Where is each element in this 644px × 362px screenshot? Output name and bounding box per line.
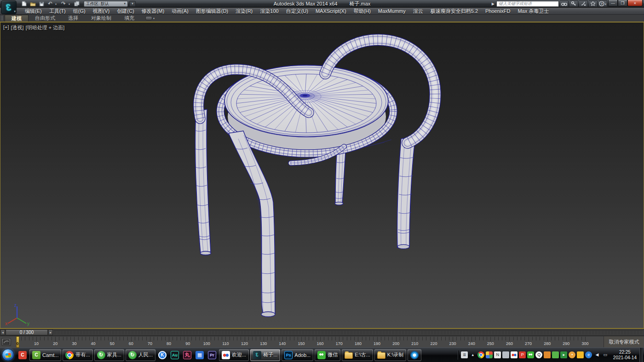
restore-button[interactable]: ❐: [618, 0, 627, 6]
taskbar-pinned-wan[interactable]: 丸: [182, 349, 193, 361]
menu-item-4[interactable]: 创建(C): [113, 8, 138, 15]
favorites-button[interactable]: [589, 0, 598, 7]
ribbon-tab-3[interactable]: 对象绘制: [85, 15, 118, 22]
open-mini-curve-editor-button[interactable]: [1, 338, 11, 346]
taskbar-pinned-tiles[interactable]: ▦: [194, 349, 205, 361]
qq-icon[interactable]: Q: [535, 351, 542, 358]
close-button[interactable]: ×: [627, 0, 643, 6]
start-button[interactable]: [2, 349, 14, 361]
ribbon-tab-4[interactable]: 填充: [118, 15, 141, 22]
minimize-button[interactable]: —: [608, 0, 618, 6]
redo-dropdown[interactable]: ▾: [69, 2, 72, 6]
taskbar-pinned-camtasia-red[interactable]: C: [17, 349, 28, 361]
menu-item-16[interactable]: PhoenixFD: [482, 8, 514, 15]
menu-item-0[interactable]: 编辑(E): [21, 8, 46, 15]
toolbar-customize-button[interactable]: ▾: [129, 1, 136, 7]
save-file-button[interactable]: [38, 0, 45, 7]
network-icon[interactable]: ▭: [602, 351, 609, 358]
pdf-icon[interactable]: P: [519, 351, 526, 358]
ribbon-tab-2[interactable]: 选择: [62, 15, 85, 22]
taskbar-window-cloudapp[interactable]: 欢迎...: [219, 349, 249, 361]
project-folder-button[interactable]: [73, 0, 80, 7]
menu-item-10[interactable]: 自定义(U): [282, 8, 312, 15]
cloud-tray-icon[interactable]: [511, 351, 518, 358]
previous-frame-button[interactable]: ◂: [0, 329, 5, 335]
ribbon-tab-1[interactable]: 自由形式: [29, 15, 62, 22]
menu-item-2[interactable]: 组(G): [69, 8, 89, 15]
time-slider-track[interactable]: [54, 330, 643, 334]
taskbar-pinned-pr[interactable]: Pr: [207, 349, 218, 361]
colors-tray-icon[interactable]: [486, 351, 493, 358]
security-icon[interactable]: [577, 351, 584, 358]
application-menu-button[interactable]: 3 ▾: [1, 0, 17, 14]
taskbar-window-chrome[interactable]: 带有...: [63, 349, 92, 361]
infocenter-collapse-arrow[interactable]: ▶: [492, 2, 494, 6]
redo-button[interactable]: ↷: [60, 0, 67, 7]
next-frame-button[interactable]: ▸: [48, 329, 53, 335]
plug-icon[interactable]: [552, 351, 559, 358]
ribbon-toggle-button[interactable]: ▾: [145, 16, 157, 21]
subscription-center-button[interactable]: [569, 0, 578, 7]
chrome-tray-icon[interactable]: [477, 351, 484, 358]
clock-time: 22:25: [613, 350, 637, 355]
ie-icon[interactable]: e: [585, 351, 592, 358]
menu-item-5[interactable]: 修改器(M): [138, 8, 168, 15]
taskbar-window-camtasia-green[interactable]: CCamt...: [29, 349, 61, 361]
ruler-tick: [211, 337, 211, 340]
open-file-button[interactable]: [29, 0, 36, 7]
search-button[interactable]: [560, 0, 569, 7]
show-desktop-button[interactable]: [639, 348, 643, 362]
viewport-menu-general[interactable]: [+]: [3, 24, 9, 31]
ribbon-grip[interactable]: [1, 16, 3, 21]
menu-item-14[interactable]: 渲云: [409, 8, 427, 15]
timeline-ruler[interactable]: 0102030405060708090100110120130140150160…: [13, 336, 604, 348]
undo-button[interactable]: ↶: [46, 0, 54, 7]
menu-item-15[interactable]: 极速瘦身安全归档5.2: [427, 8, 482, 15]
menu-item-7[interactable]: 图形编辑器(D): [192, 8, 232, 15]
cancel-expert-mode-button[interactable]: 取消专家模式: [604, 336, 644, 347]
taskbar-window-folder[interactable]: E:\古...: [342, 349, 373, 361]
camera-icon[interactable]: •: [569, 351, 575, 358]
taskbar-window-ps[interactable]: PsAdob...: [282, 349, 313, 361]
ruler-tick: [498, 337, 499, 340]
taskbar-pinned-kk[interactable]: K: [157, 349, 168, 361]
ribbon-tab-0[interactable]: 建模: [5, 15, 29, 22]
volume-icon[interactable]: ◀: [593, 351, 600, 358]
perspective-viewport[interactable]: [+] [透视] [明暗处理 + 边面] x y z: [0, 22, 644, 329]
workspace-dropdown[interactable]: 工作区: 默认 ▾: [84, 1, 128, 7]
taskbar-window-folder[interactable]: K:\录制: [374, 349, 406, 361]
taskbar-window-camtasia-blue[interactable]: [408, 349, 421, 361]
ruler-tick: [146, 337, 147, 340]
search-input[interactable]: 键入关键字或短语: [496, 1, 559, 7]
communication-center-button[interactable]: [579, 0, 588, 7]
files-icon[interactable]: [544, 351, 551, 358]
keyboard-icon[interactable]: ≣: [461, 351, 468, 358]
new-scene-button[interactable]: [20, 0, 28, 7]
menu-item-8[interactable]: 渲染(R): [232, 8, 256, 15]
taskbar-window-browser360[interactable]: ↻家具...: [94, 349, 124, 361]
taskbar-window-browser360[interactable]: ↻人民...: [126, 349, 155, 361]
viewport-menu-shading[interactable]: [明暗处理 + 边面]: [26, 24, 65, 31]
3dsmax-logo-icon: 3: [6, 3, 11, 12]
viewport-menu-pov[interactable]: [透视]: [11, 24, 24, 31]
menu-item-9[interactable]: 渲染100: [256, 8, 282, 15]
menu-item-3[interactable]: 视图(V): [89, 8, 114, 15]
menu-item-6[interactable]: 动画(A): [168, 8, 192, 15]
taskbar-pinned-au[interactable]: Au: [169, 349, 180, 361]
usb-icon[interactable]: [502, 351, 509, 358]
menu-item-13[interactable]: MaxMummy: [374, 8, 409, 15]
time-slider-handle[interactable]: 0 / 300: [6, 329, 48, 335]
wechat-tray-icon[interactable]: [527, 351, 534, 358]
menu-item-17[interactable]: Max 杀毒卫士: [514, 8, 552, 15]
ime-icon[interactable]: N: [494, 351, 501, 358]
taskbar-window-max[interactable]: 3椅子...: [250, 349, 280, 361]
undo-dropdown[interactable]: ▾: [55, 2, 58, 6]
menu-item-12[interactable]: 帮助(H): [350, 8, 374, 15]
help-button[interactable]: ? ▾: [598, 0, 607, 7]
menu-item-11[interactable]: MAXScript(X): [312, 8, 350, 15]
show-hidden-icons[interactable]: ▴: [469, 351, 476, 358]
recorder-icon[interactable]: ▸: [560, 351, 567, 358]
menu-item-1[interactable]: 工具(T): [46, 8, 69, 15]
taskbar-window-wechat[interactable]: 微信: [315, 349, 340, 361]
taskbar-clock[interactable]: 22:25 2021-04-14: [613, 350, 637, 361]
